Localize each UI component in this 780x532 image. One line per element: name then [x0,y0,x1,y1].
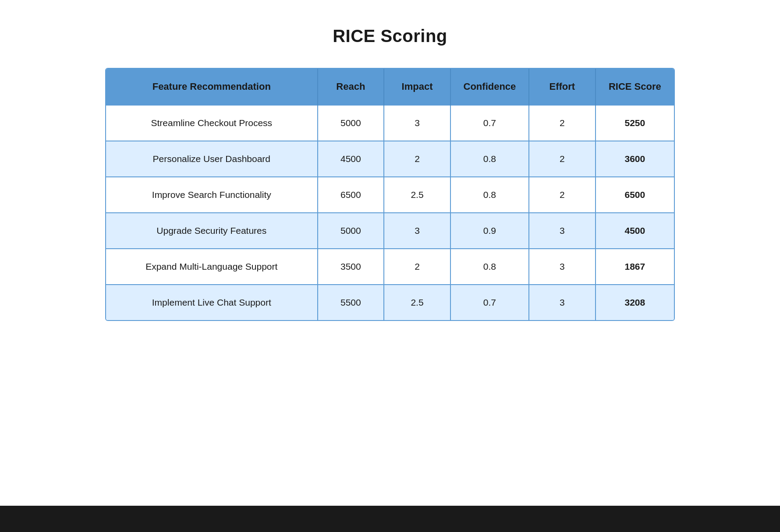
header-effort: Effort [529,69,596,105]
header-rice-score: RICE Score [596,69,674,105]
cell-rice_score: 3208 [596,285,674,320]
cell-feature: Improve Search Functionality [106,177,318,213]
cell-rice_score: 6500 [596,177,674,213]
cell-confidence: 0.9 [450,213,529,249]
table-row: Improve Search Functionality65002.50.826… [106,177,674,213]
header-reach: Reach [318,69,384,105]
cell-confidence: 0.7 [450,105,529,141]
cell-confidence: 0.7 [450,285,529,320]
table-row: Expand Multi-Language Support350020.8318… [106,249,674,285]
table-header-row: Feature Recommendation Reach Impact Conf… [106,69,674,105]
page-container: RICE Scoring Feature Recommendation Reac… [105,26,675,321]
rice-scoring-table: Feature Recommendation Reach Impact Conf… [106,69,674,320]
cell-reach: 3500 [318,249,384,285]
cell-effort: 3 [529,249,596,285]
header-confidence: Confidence [450,69,529,105]
cell-impact: 2 [384,141,450,177]
cell-effort: 3 [529,213,596,249]
cell-feature: Upgrade Security Features [106,213,318,249]
header-impact: Impact [384,69,450,105]
table-row: Streamline Checkout Process500030.725250 [106,105,674,141]
bottom-bar [0,506,780,532]
table-row: Implement Live Chat Support55002.50.7332… [106,285,674,320]
cell-feature: Personalize User Dashboard [106,141,318,177]
cell-confidence: 0.8 [450,249,529,285]
cell-rice_score: 1867 [596,249,674,285]
header-feature: Feature Recommendation [106,69,318,105]
page-title: RICE Scoring [105,26,675,46]
cell-impact: 2.5 [384,285,450,320]
cell-impact: 2.5 [384,177,450,213]
cell-confidence: 0.8 [450,177,529,213]
cell-feature: Streamline Checkout Process [106,105,318,141]
table-row: Personalize User Dashboard450020.823600 [106,141,674,177]
table-wrapper: Feature Recommendation Reach Impact Conf… [105,68,675,321]
cell-feature: Expand Multi-Language Support [106,249,318,285]
table-row: Upgrade Security Features500030.934500 [106,213,674,249]
cell-reach: 5000 [318,105,384,141]
cell-reach: 5500 [318,285,384,320]
cell-effort: 3 [529,285,596,320]
cell-reach: 5000 [318,213,384,249]
cell-effort: 2 [529,141,596,177]
cell-effort: 2 [529,105,596,141]
cell-reach: 6500 [318,177,384,213]
cell-rice_score: 5250 [596,105,674,141]
cell-confidence: 0.8 [450,141,529,177]
cell-impact: 3 [384,213,450,249]
cell-rice_score: 4500 [596,213,674,249]
table-body: Streamline Checkout Process500030.725250… [106,105,674,320]
cell-effort: 2 [529,177,596,213]
cell-rice_score: 3600 [596,141,674,177]
cell-reach: 4500 [318,141,384,177]
cell-feature: Implement Live Chat Support [106,285,318,320]
cell-impact: 3 [384,105,450,141]
cell-impact: 2 [384,249,450,285]
